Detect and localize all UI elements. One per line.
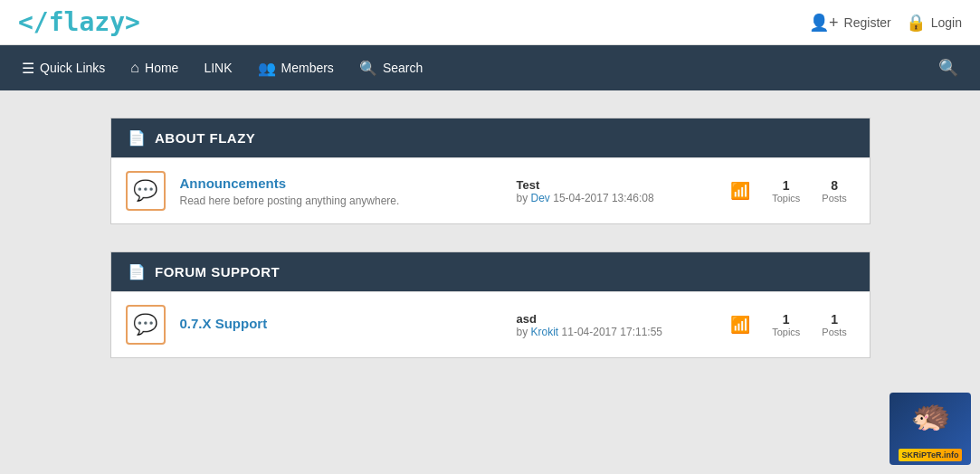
topics-label-support: Topics [772,327,800,337]
topics-count: 1 [783,178,790,193]
forum-title-announcements[interactable]: Announcements [180,175,287,191]
nav-link[interactable]: LINK [191,45,244,90]
members-icon: 👥 [258,60,276,77]
register-link[interactable]: 👤+ Register [809,13,891,33]
last-by-support: by Krokit 11-04-2017 17:11:55 [517,326,716,338]
link-label: LINK [204,61,232,75]
forum-info-support: 0.7.X Support [180,316,502,335]
stat-row-support: 1 Topics 1 Posts [765,312,855,337]
last-date-support: 11-04-2017 17:11:55 [562,326,662,338]
topics-label: Topics [772,193,800,204]
rss-icon-announcements: 📶 [730,182,750,200]
posts-label-support: Posts [822,327,847,337]
stat-row-announcements: 1 Topics 8 Posts [765,178,855,204]
forum-last-announcements: Test by Dev 15-04-2017 13:46:08 [517,178,716,204]
stat-topics-announcements: 1 Topics [772,178,800,204]
posts-count-support: 1 [831,312,838,327]
home-icon: ⌂ [130,60,139,76]
section-header-about: 📄 ABOUT FLAZY [111,118,870,157]
rss-icon-support: 📶 [730,316,750,334]
section-header-icon-support: 📄 [128,263,147,280]
stat-posts-support: 1 Posts [822,312,847,337]
forum-info-announcements: Announcements Read here before posting a… [180,175,502,207]
forum-icon-box-support: 💬 [126,305,166,345]
search-icon-right: 🔍 [938,58,958,78]
section-header-icon: 📄 [128,129,147,147]
forum-icon-box-announcements: 💬 [126,171,166,211]
nav-members[interactable]: 👥 Members [245,45,347,90]
forum-feed-announcements[interactable]: 📶 [730,181,750,201]
last-by-label: by [517,192,528,204]
watermark-figure: 🦔 [910,396,951,434]
section-header-support: 📄 FORUM SUPPORT [111,252,870,291]
nav-search-right[interactable]: 🔍 [926,45,971,90]
last-by-label-support: by [517,326,528,338]
forum-chat-icon: 💬 [133,179,157,203]
auth-links: 👤+ Register 🔒 Login [809,13,962,33]
forum-stats-support: 1 Topics 1 Posts [765,312,855,337]
stat-topics-support: 1 Topics [772,312,800,337]
forum-title-support[interactable]: 0.7.X Support [180,316,268,331]
section-about-flazy: 📄 ABOUT FLAZY 💬 Announcements Read here … [110,118,871,224]
section-title-about: ABOUT FLAZY [155,130,255,146]
nav-home[interactable]: ⌂ Home [118,45,191,90]
forum-feed-support[interactable]: 📶 [730,315,750,335]
last-by-announcements: by Dev 15-04-2017 13:46:08 [517,192,716,204]
forum-row-announcements: 💬 Announcements Read here before posting… [111,157,870,223]
login-icon: 🔒 [906,13,926,33]
home-label: Home [145,61,178,75]
last-by-user-support[interactable]: Krokit [531,326,559,338]
topics-count-support: 1 [783,312,790,327]
login-link[interactable]: 🔒 Login [906,13,962,33]
section-title-support: FORUM SUPPORT [155,264,280,280]
search-icon-nav: 🔍 [359,60,377,77]
forum-chat-icon-support: 💬 [133,313,157,337]
nav-bar: ☰ Quick Links ⌂ Home LINK 👥 Members 🔍 Se… [0,45,980,90]
last-by-user-announcements[interactable]: Dev [531,192,550,204]
top-bar: </flazy> 👤+ Register 🔒 Login [0,0,980,45]
hamburger-icon: ☰ [22,60,34,77]
register-icon: 👤+ [809,13,839,33]
last-title-support: asd [517,312,716,326]
posts-count: 8 [831,178,838,193]
forum-row-support: 💬 0.7.X Support asd by Krokit 11-04-2017… [111,291,870,357]
nav-quick-links[interactable]: ☰ Quick Links [9,45,118,90]
stat-posts-announcements: 8 Posts [822,178,847,204]
search-label: Search [383,61,423,75]
site-logo: </flazy> [18,7,140,37]
last-date-announcements: 15-04-2017 13:46:08 [553,192,653,204]
register-label: Register [844,15,891,30]
watermark-text: SKRiPTeR.info [899,449,963,461]
section-forum-support: 📄 FORUM SUPPORT 💬 0.7.X Support asd by K… [110,251,871,358]
watermark: 🦔 SKRiPTeR.info [890,393,971,465]
posts-label: Posts [822,193,847,204]
forum-stats-announcements: 1 Topics 8 Posts [765,178,855,204]
last-title-announcements: Test [517,178,716,192]
main-content: 📄 ABOUT FLAZY 💬 Announcements Read here … [101,118,880,358]
forum-last-support: asd by Krokit 11-04-2017 17:11:55 [517,312,716,338]
nav-search[interactable]: 🔍 Search [347,45,435,90]
members-label: Members [281,61,334,75]
forum-desc-announcements: Read here before posting anything anywhe… [180,194,502,207]
quick-links-label: Quick Links [40,61,105,75]
login-label: Login [931,15,962,30]
